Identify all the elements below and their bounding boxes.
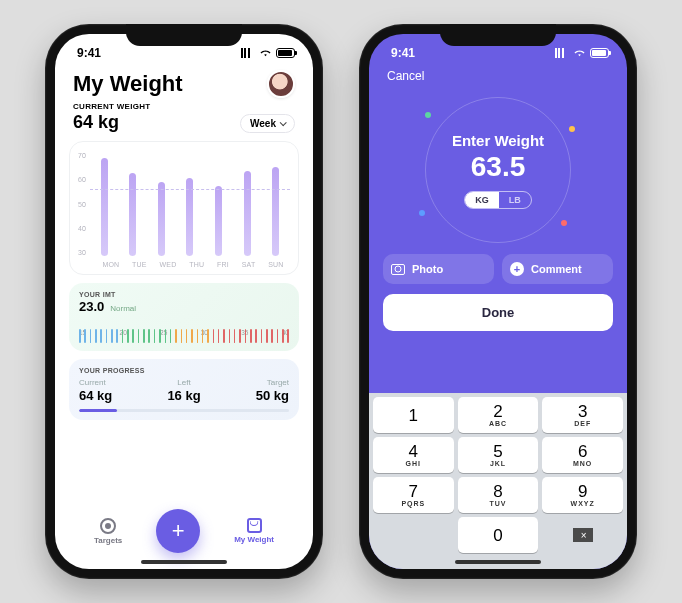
- phone-right: 9:41 Cancel Enter Weight 63.5 KG LB: [359, 24, 637, 579]
- dot-icon: [561, 220, 567, 226]
- page-title: My Weight: [73, 71, 183, 97]
- keypad-3[interactable]: 3DEF: [542, 397, 623, 433]
- x-tick: TUE: [132, 261, 147, 268]
- keypad-4[interactable]: 4GHI: [373, 437, 454, 473]
- photo-button[interactable]: Photo: [383, 254, 494, 284]
- ruler-tick: [132, 329, 134, 343]
- dot-icon: [419, 210, 425, 216]
- current-weight-block: CURRENT WEIGHT 64 kg Week: [55, 102, 313, 137]
- chart-x-axis: MONTUEWEDTHUFRISATSUN: [96, 261, 290, 268]
- progress-current-value: 64 kg: [79, 388, 112, 403]
- target-icon: [100, 518, 116, 534]
- home-indicator[interactable]: [141, 560, 227, 564]
- chart-bar: [244, 171, 251, 256]
- nav-targets-label: Targets: [94, 536, 122, 545]
- keypad-0[interactable]: 0: [458, 517, 539, 553]
- progress-target-label: Target: [256, 378, 289, 387]
- keypad-9[interactable]: 9WXYZ: [542, 477, 623, 513]
- key-number: 4: [409, 443, 418, 460]
- key-number: 5: [493, 443, 502, 460]
- ruler-tick: [197, 329, 199, 343]
- avatar[interactable]: [267, 70, 295, 98]
- cancel-button[interactable]: Cancel: [387, 69, 424, 83]
- x-tick: SUN: [268, 261, 283, 268]
- signal-icon: [555, 48, 569, 58]
- x-tick: MON: [102, 261, 119, 268]
- ruler-tick: [175, 329, 177, 343]
- key-number: 3: [578, 403, 587, 420]
- key-number: 7: [409, 483, 418, 500]
- keypad-delete[interactable]: ×: [542, 517, 623, 553]
- chart-bar: [129, 173, 136, 256]
- key-number: 1: [409, 407, 418, 424]
- ruler-tick: [191, 329, 193, 343]
- ruler-tick: [84, 329, 86, 343]
- keypad-7[interactable]: 7PQRS: [373, 477, 454, 513]
- chevron-down-icon: [280, 119, 287, 126]
- chart-y-axis: 7060504030: [78, 150, 90, 258]
- y-tick: 70: [78, 152, 86, 159]
- ruler-tick: [271, 329, 273, 343]
- progress-left-label: Left: [167, 378, 200, 387]
- ruler-tick: [218, 329, 220, 343]
- y-tick: 40: [78, 225, 86, 232]
- weight-chart-card: 7060504030 MONTUEWEDTHUFRISATSUN: [69, 141, 299, 275]
- y-tick: 30: [78, 249, 86, 256]
- key-letters: TUV: [489, 500, 506, 507]
- add-button[interactable]: +: [156, 509, 200, 553]
- wifi-icon: [259, 48, 272, 58]
- key-letters: PQRS: [401, 500, 425, 507]
- ruler-tick: [181, 329, 183, 343]
- ruler-tick: [207, 329, 209, 343]
- chart-reference-line: [90, 189, 290, 190]
- key-letters: JKL: [490, 460, 506, 467]
- keypad-1[interactable]: 1: [373, 397, 454, 433]
- ruler-tick: [213, 329, 215, 343]
- weight-icon: [247, 518, 262, 533]
- chart-bar: [158, 182, 165, 256]
- done-button[interactable]: Done: [383, 294, 613, 331]
- ruler-tick: [79, 329, 81, 343]
- nav-my-weight[interactable]: My Weight: [234, 518, 274, 544]
- notch: [126, 24, 242, 46]
- ruler-tick: [143, 329, 145, 343]
- progress-left-value: 16 kg: [167, 388, 200, 403]
- keypad-5[interactable]: 5JKL: [458, 437, 539, 473]
- ruler-tick: [202, 329, 204, 343]
- ruler-tick: [261, 329, 263, 343]
- progress-card: YOUR PROGRESS Current 64 kg Left 16 kg T…: [69, 359, 299, 420]
- ruler-tick: [148, 329, 150, 343]
- imt-status: Normal: [110, 304, 136, 313]
- notch: [440, 24, 556, 46]
- ruler-tick: [122, 329, 124, 343]
- numeric-keypad: 12ABC3DEF4GHI5JKL6MNO7PQRS8TUV9WXYZ0×: [369, 393, 627, 569]
- status-time: 9:41: [391, 46, 415, 60]
- keypad-8[interactable]: 8TUV: [458, 477, 539, 513]
- ruler-tick: [229, 329, 231, 343]
- imt-card: YOUR IMT 23.0 Normal 152025303540: [69, 283, 299, 351]
- key-number: 0: [493, 527, 502, 544]
- key-letters: DEF: [574, 420, 591, 427]
- x-tick: SAT: [242, 261, 256, 268]
- period-selector[interactable]: Week: [240, 114, 295, 133]
- camera-icon: [391, 264, 405, 275]
- header: My Weight: [55, 64, 313, 102]
- nav-targets[interactable]: Targets: [94, 518, 122, 545]
- home-indicator[interactable]: [455, 560, 541, 564]
- current-weight-value: 64 kg: [73, 112, 151, 133]
- comment-button[interactable]: + Comment: [502, 254, 613, 284]
- dot-icon: [569, 126, 575, 132]
- ruler-tick: [90, 329, 92, 343]
- ruler-tick: [159, 329, 161, 343]
- ring-decoration: [425, 97, 571, 243]
- dot-icon: [425, 112, 431, 118]
- ruler-tick: [154, 329, 156, 343]
- ruler-tick: [138, 329, 140, 343]
- ruler-tick: [106, 329, 108, 343]
- chart-bar: [101, 158, 108, 256]
- phone-left: 9:41 My Weight CURRENT WEIGHT 64 kg Week: [45, 24, 323, 579]
- keypad-6[interactable]: 6MNO: [542, 437, 623, 473]
- ruler-tick: [234, 329, 236, 343]
- keypad-2[interactable]: 2ABC: [458, 397, 539, 433]
- wifi-icon: [573, 48, 586, 58]
